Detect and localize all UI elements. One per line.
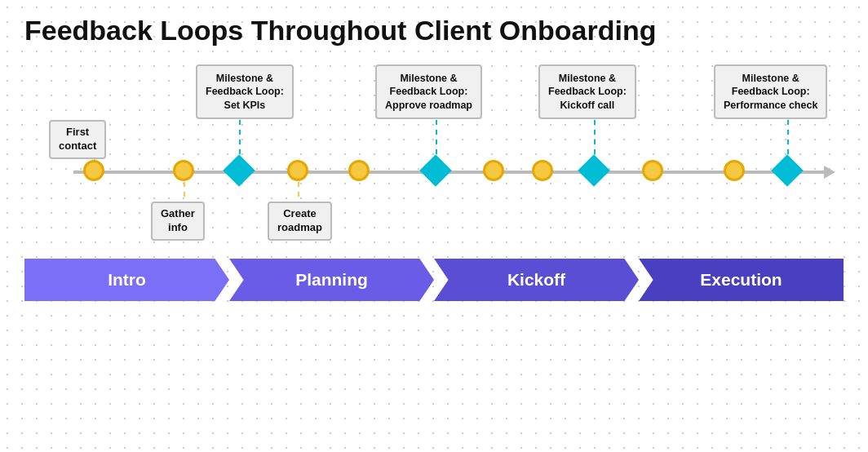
node-diamond-3 — [578, 154, 610, 187]
page-title: Feedback Loops Throughout Client Onboard… — [24, 15, 844, 47]
phase-intro-label: Intro — [108, 270, 146, 290]
node-diamond-1 — [223, 154, 255, 187]
phase-kickoff: Kickoff — [434, 259, 639, 301]
phase-intro: Intro — [24, 259, 229, 301]
phase-execution-label: Execution — [700, 270, 782, 290]
milestone-performance-check: Milestone &Feedback Loop:Performance che… — [714, 64, 827, 119]
node-circle-5 — [483, 160, 504, 181]
node-circle-2 — [173, 160, 194, 181]
milestone-approve-roadmap: Milestone &Feedback Loop:Approve roadmap — [375, 64, 482, 119]
main-container: Feedback Loops Throughout Client Onboard… — [0, 0, 868, 309]
node-circle-6 — [532, 160, 553, 181]
node-circle-8 — [724, 160, 745, 181]
chevron-intro: Intro — [24, 259, 229, 301]
gather-info-label: Gatherinfo — [151, 202, 205, 241]
node-circle-7 — [642, 160, 663, 181]
timeline-area: Firstcontact Milestone &Feedback Loop:Se… — [24, 64, 844, 252]
node-diamond-4 — [771, 154, 804, 187]
phase-planning-label: Planning — [295, 270, 368, 290]
milestone-set-kpis: Milestone &Feedback Loop:Set KPIs — [196, 64, 294, 119]
node-circle-4 — [348, 160, 370, 181]
node-circle-1 — [83, 160, 104, 181]
phase-planning: Planning — [229, 259, 434, 301]
node-circle-3 — [287, 160, 308, 181]
chevron-planning: Planning — [229, 259, 434, 301]
phase-kickoff-label: Kickoff — [507, 270, 565, 290]
milestone-kickoff-call: Milestone &Feedback Loop:Kickoff call — [538, 64, 636, 119]
chevron-kickoff: Kickoff — [434, 259, 639, 301]
create-roadmap-label: Createroadmap — [268, 202, 332, 241]
chevron-execution: Execution — [639, 259, 844, 301]
first-contact-label: Firstcontact — [49, 120, 106, 159]
phase-execution: Execution — [639, 259, 844, 301]
node-diamond-2 — [419, 154, 452, 187]
phases-container: Intro Planning Kickoff Execution — [24, 259, 844, 301]
